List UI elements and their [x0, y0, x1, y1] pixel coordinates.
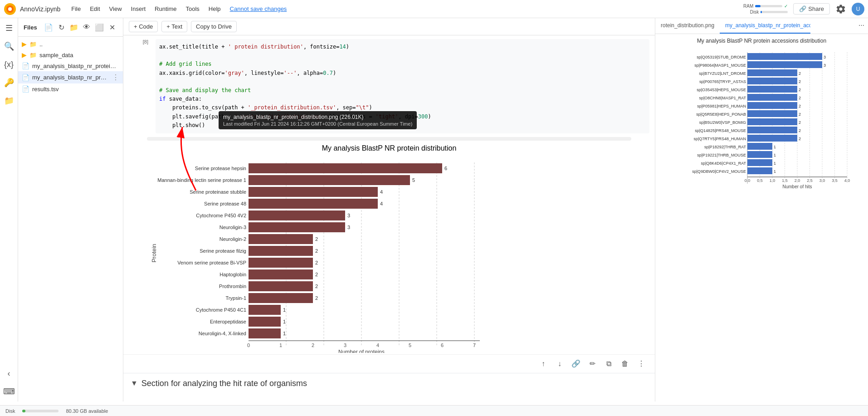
file-item-dotdot[interactable]: ▶ 📁 ..: [18, 39, 123, 49]
menu-help[interactable]: Help: [205, 4, 224, 14]
svg-text:2: 2: [799, 71, 801, 76]
bar-bivsp: [249, 258, 313, 268]
menu-tools[interactable]: Tools: [182, 4, 203, 14]
svg-rect-88: [747, 135, 797, 142]
secrets-icon[interactable]: 🔑: [3, 76, 15, 89]
svg-text:1: 1: [774, 145, 776, 149]
svg-text:4: 4: [380, 201, 383, 206]
rpanel-more-icon[interactable]: ⋯: [855, 18, 868, 34]
main-layout: ☰ 🔍 {x} 🔑 📁 ‹ ⌨ Files 📄 ↻ 📁 👁 ⬜ ✕ ▶ 📁: [0, 18, 868, 401]
svg-text:Serine protease 48: Serine protease 48: [204, 201, 246, 206]
settings-icon[interactable]: [835, 4, 846, 15]
file-item-sample-data[interactable]: ▶ 📁 sample_data: [18, 49, 123, 60]
add-text-button[interactable]: + Text: [161, 21, 187, 32]
file-name-results: results.tsv: [32, 86, 119, 93]
logo-icon: [4, 3, 16, 15]
svg-text:2.5: 2.5: [807, 178, 813, 183]
menu-insert[interactable]: Insert: [127, 4, 150, 14]
bar-hapto: [249, 269, 313, 279]
folder-expand-icon: ▶: [22, 51, 27, 59]
files-icon[interactable]: 📁: [3, 94, 15, 107]
rpanel-tab-acc-png[interactable]: my_analysis_blastp_nr_protein_accessions…: [720, 18, 810, 34]
more-icon[interactable]: ⋮: [635, 357, 648, 370]
file-name-dotdot: ..: [39, 41, 119, 48]
horizontal-scrollbar[interactable]: [147, 137, 631, 141]
file-name-blastp-a: my_analysis_blastp_nr_protein_a...: [32, 63, 119, 69]
svg-text:Haptoglobin: Haptoglobin: [219, 272, 246, 277]
file-item-results[interactable]: 📄 results.tsv: [18, 83, 123, 94]
left-arrow-icon[interactable]: ‹: [3, 367, 15, 380]
hide-panel-icon[interactable]: 👁: [81, 22, 92, 33]
svg-text:1: 1: [283, 331, 286, 336]
user-avatar[interactable]: U: [852, 3, 864, 15]
svg-text:Mannan-binding lectin serine p: Mannan-binding lectin serine protease 1: [157, 177, 246, 183]
svg-text:0: 0: [247, 343, 250, 348]
svg-rect-58: [747, 53, 822, 60]
menu-runtime[interactable]: Runtime: [151, 4, 180, 14]
svg-text:Cytochrome P450 4V2: Cytochrome P450 4V2: [196, 213, 246, 218]
folder-icon-symbol: 📁: [29, 41, 37, 48]
new-file-icon[interactable]: 📄: [43, 22, 54, 33]
copy-icon[interactable]: ⧉: [602, 357, 615, 370]
notebook-title: AnnoViz.ipynb: [20, 5, 60, 13]
bar-filzig: [249, 246, 313, 256]
delete-icon[interactable]: 🗑: [619, 357, 631, 370]
svg-text:Neuroligin-2: Neuroligin-2: [219, 236, 246, 242]
disk-status-label: Disk: [5, 408, 15, 414]
bar-stubble: [249, 187, 378, 197]
new-folder-icon[interactable]: 📁: [68, 22, 79, 33]
cannot-save-link[interactable]: Cannot save changes: [230, 5, 287, 12]
menu-file[interactable]: File: [68, 4, 84, 14]
svg-text:6: 6: [441, 343, 444, 348]
bar-neuro2: [249, 234, 313, 244]
cell-toolbar: + Code + Text Copy to Drive: [123, 18, 655, 35]
svg-text:0.5: 0.5: [757, 178, 763, 183]
notebook: + Code + Text Copy to Drive [8] ax.set_t…: [123, 18, 655, 401]
move-down-icon[interactable]: ↓: [553, 357, 566, 370]
file-icon-2: 📄: [22, 74, 29, 81]
menu-edit[interactable]: Edit: [86, 4, 103, 14]
section-header: ▼ Section for analyzing the hit rate of …: [123, 373, 655, 394]
svg-text:2: 2: [315, 236, 318, 242]
svg-text:2: 2: [315, 248, 318, 254]
menu-view[interactable]: View: [106, 4, 126, 14]
rpanel-x-label: Number of hits: [782, 184, 812, 189]
svg-text:2: 2: [315, 260, 318, 265]
variables-icon[interactable]: {x}: [3, 58, 15, 71]
svg-text:2: 2: [315, 295, 318, 301]
file-item-blastp-a[interactable]: 📄 my_analysis_blastp_nr_protein_a...: [18, 60, 123, 71]
refresh-icon[interactable]: ↻: [56, 22, 67, 33]
close-panel-icon[interactable]: ✕: [107, 22, 117, 33]
svg-text:Serine protease filzig: Serine protease filzig: [200, 248, 246, 254]
section-chevron-icon[interactable]: ▼: [131, 379, 138, 387]
svg-rect-94: [747, 151, 772, 158]
search-icon[interactable]: 🔍: [3, 40, 15, 53]
svg-rect-100: [747, 167, 772, 174]
file-item-blastp-d[interactable]: 📄 my_analysis_blastp_nr_protein_d... ⋮: [18, 71, 123, 83]
svg-text:2: 2: [315, 284, 318, 289]
svg-text:4: 4: [380, 189, 383, 195]
copy-to-drive-button[interactable]: Copy to Drive: [191, 21, 237, 32]
svg-rect-85: [747, 127, 797, 133]
bar-sp48: [249, 199, 378, 209]
files-panel-title: Files: [24, 24, 37, 31]
move-up-icon[interactable]: ↑: [537, 357, 550, 370]
file-tooltip: my_analysis_blastp_nr_protein_distributi…: [219, 111, 417, 129]
folder-icon: ▶: [22, 40, 27, 48]
edit-icon[interactable]: ✏: [586, 357, 599, 370]
svg-text:3: 3: [347, 225, 350, 230]
svg-text:2: 2: [799, 120, 801, 125]
svg-rect-70: [747, 86, 797, 93]
file-more-icon[interactable]: ⋮: [112, 73, 119, 82]
terminal-icon[interactable]: ⌨: [3, 385, 15, 398]
svg-text:3: 3: [347, 213, 350, 218]
svg-point-2: [8, 7, 12, 11]
rpanel-tab-dist-png[interactable]: rotein_distribution.png: [655, 18, 720, 34]
svg-text:sp|P05981|HEPS_HUMAN: sp|P05981|HEPS_HUMAN: [697, 104, 746, 108]
link-icon[interactable]: 🔗: [570, 357, 582, 370]
bar-hepsin: [249, 163, 442, 173]
expand-panel-icon[interactable]: ⬜: [94, 22, 105, 33]
share-button[interactable]: 🔗 Share: [793, 3, 830, 15]
add-code-button[interactable]: + Code: [129, 21, 158, 32]
hamburger-icon[interactable]: ☰: [3, 22, 15, 34]
